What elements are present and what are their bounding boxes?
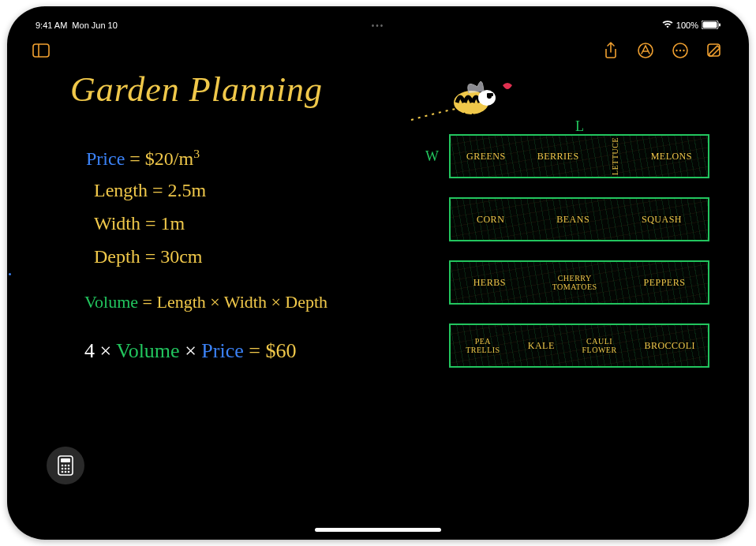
markup-button[interactable] [637,42,654,59]
svg-rect-2 [719,23,720,26]
result-price: Price [201,339,243,362]
svg-rect-1 [703,21,717,28]
volume-rhs: Length × Width × Depth [156,292,327,312]
svg-point-13 [478,90,496,106]
price-exp: 3 [193,147,200,160]
garden-label-width: W [425,148,439,165]
status-date: Mon Jun 10 [72,21,117,30]
ipad-frame: 9:41 AM Mon Jun 10 ••• 100% [7,6,749,540]
svg-point-26 [68,468,70,470]
svg-line-18 [481,113,484,120]
plant-label: PEPPERS [643,277,685,289]
price-label: Price [86,148,125,169]
equation-length: Length = 2.5m [94,180,206,201]
svg-rect-20 [61,458,70,462]
sidebar-toggle-button[interactable] [32,42,50,59]
bee-drawing [410,69,520,140]
plant-label: MELONS [651,151,692,163]
depth-label: Depth [94,246,140,267]
equation-depth: Depth = 30cm [94,246,203,267]
compose-button[interactable] [706,42,724,59]
svg-point-24 [62,468,64,470]
garden-bed-2: HERBS CHERRY TOMATOES PEPPERS [449,260,709,305]
result-eq: = $60 [249,339,296,362]
plant-label: KALE [528,340,555,352]
plant-label: CORN [477,214,504,226]
side-indicator [9,273,11,275]
note-title: Garden Planning [70,69,323,110]
status-time: 9:41 AM [36,21,67,30]
equation-result: 4 × Volume × Price = $60 [84,339,296,363]
plant-label: BERRIES [537,151,579,163]
svg-line-16 [460,113,465,120]
length-value: 2.5m [168,180,207,200]
battery-icon [702,21,720,31]
price-value: $20/m [145,148,193,169]
share-button[interactable] [602,42,619,59]
svg-point-8 [679,50,681,51]
more-button[interactable] [672,42,689,59]
wifi-icon [662,21,673,30]
battery-percent: 100% [676,21,698,30]
plant-label: PEA TRELLIS [463,337,503,354]
plant-label: HERBS [473,277,506,289]
garden-bed-0: GREENS BERRIES LETTUCE MELONS [449,134,709,178]
svg-point-29 [68,471,70,473]
garden-bed-3: PEA TRELLIS KALE CAULI FLOWER BROCCOLI [449,323,709,368]
result-prefix: 4 × [84,339,111,362]
calculator-button[interactable] [47,447,84,484]
width-label: Width [94,213,140,234]
plant-label: CAULI FLOWER [580,337,619,354]
svg-point-28 [65,471,67,473]
home-indicator[interactable] [315,528,441,532]
svg-point-23 [68,465,70,467]
width-value: 1m [161,213,185,234]
calculator-icon [57,455,74,476]
result-volume: Volume [116,339,179,362]
svg-point-7 [676,50,677,51]
svg-point-22 [65,465,67,467]
result-times: × [185,339,196,362]
svg-rect-15 [487,93,493,96]
multitask-dots[interactable]: ••• [372,21,385,30]
equation-volume: Volume = Length × Width × Depth [84,292,327,312]
svg-point-21 [62,465,64,467]
depth-value: 30cm [160,246,202,267]
status-bar: 9:41 AM Mon Jun 10 ••• 100% [29,19,727,32]
plant-label: BROCCOLI [644,340,695,352]
svg-point-25 [65,468,67,470]
plant-label: CHERRY TOMATOES [551,274,598,291]
svg-point-9 [683,50,684,51]
note-canvas[interactable]: Garden Planning Price = $20/m3 [39,63,717,508]
equation-width: Width = 1m [94,213,185,234]
plant-label: LETTUCE [611,137,619,175]
toolbar [29,36,727,65]
length-label: Length [94,180,148,200]
plant-label: GREENS [466,151,506,163]
plant-label: SQUASH [642,214,682,226]
garden-bed-1: CORN BEANS SQUASH [449,197,709,241]
svg-point-27 [62,471,64,473]
equation-price: Price = $20/m3 [86,147,200,170]
plant-label: BEANS [556,214,589,226]
garden-label-length: L [575,118,584,135]
svg-line-17 [471,114,473,122]
svg-rect-3 [33,44,49,57]
volume-lhs: Volume [84,292,138,312]
